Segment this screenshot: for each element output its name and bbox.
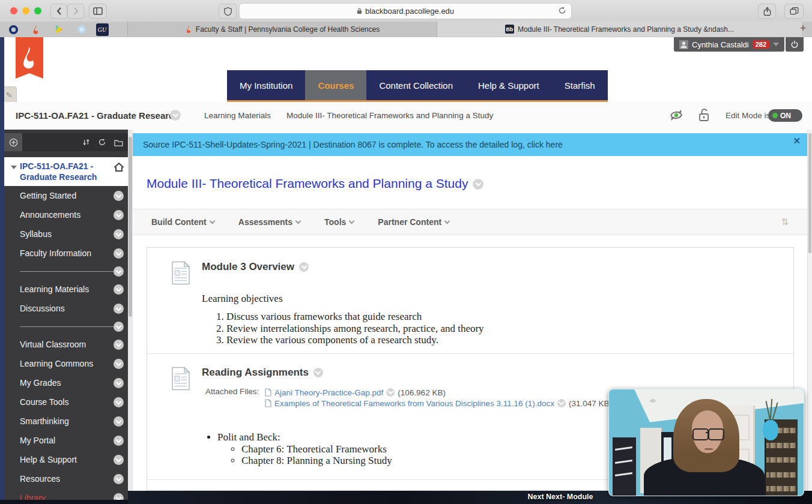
url-field[interactable]: blackboard.pacollege.edu bbox=[239, 3, 572, 19]
nav-tab-help-support[interactable]: Help & Support bbox=[465, 70, 552, 100]
zoom-window-button[interactable] bbox=[34, 7, 41, 14]
pinned-tab-gu[interactable]: GU bbox=[91, 22, 113, 37]
item-chevron-icon[interactable] bbox=[114, 284, 124, 295]
item-title[interactable]: Reading Assignments bbox=[202, 367, 323, 379]
sidebar-toggle-icon[interactable] bbox=[89, 4, 107, 19]
item-chevron-icon[interactable] bbox=[114, 359, 124, 369]
item-options-chevron-icon[interactable] bbox=[314, 368, 323, 377]
student-preview-icon[interactable] bbox=[668, 109, 684, 122]
breadcrumb-course[interactable]: IPC-511-OA.FA21 - Graduate Research bbox=[16, 110, 180, 121]
page-scrollbar[interactable] bbox=[807, 130, 812, 491]
edit-mode-toggle[interactable]: ON bbox=[768, 109, 802, 122]
page-title-chevron-icon[interactable] bbox=[473, 179, 483, 190]
tab-overview-icon[interactable] bbox=[784, 4, 804, 19]
institution-logo[interactable] bbox=[16, 37, 43, 79]
sidebar-item-course-tools[interactable]: Course Tools bbox=[4, 392, 128, 412]
close-icon[interactable]: ✕ bbox=[793, 136, 801, 146]
item-chevron-icon[interactable] bbox=[114, 455, 124, 465]
flame-icon bbox=[20, 46, 38, 70]
file-options-chevron-icon[interactable] bbox=[557, 399, 566, 407]
add-menu-item-button[interactable] bbox=[4, 133, 22, 151]
browser-tab-faculty-staff[interactable]: Faculty & Staff | Pennsylvania College o… bbox=[127, 22, 437, 37]
reorder-items-icon[interactable]: ⇅ bbox=[781, 217, 789, 227]
course-title-link[interactable]: IPC-511-OA.FA21 - Graduate Research bbox=[20, 161, 104, 182]
partner-content-button[interactable]: Partner Content bbox=[378, 217, 449, 227]
close-window-button[interactable] bbox=[10, 7, 17, 14]
sidebar-item-getting-started[interactable]: Getting Started bbox=[4, 186, 128, 205]
assessments-button[interactable]: Assessments bbox=[238, 217, 300, 227]
item-chevron-icon[interactable] bbox=[114, 210, 124, 220]
file-link[interactable]: Examples of Theoretical Fameworks from V… bbox=[274, 399, 554, 408]
breadcrumb-current-page: Module III- Theoretical Frameworks and P… bbox=[286, 111, 493, 120]
webcam-glasses bbox=[692, 428, 709, 440]
sidebar-item-resources[interactable]: Resources bbox=[4, 469, 128, 488]
sidebar-item-faculty-information[interactable]: Faculty Information bbox=[4, 244, 128, 263]
item-options-chevron-icon[interactable] bbox=[299, 262, 309, 272]
pinned-tab-play[interactable] bbox=[48, 22, 70, 37]
item-chevron-icon[interactable] bbox=[114, 248, 124, 259]
shield-icon[interactable] bbox=[219, 4, 237, 19]
pinned-tab-okta[interactable] bbox=[2, 22, 24, 37]
item-chevron-icon[interactable] bbox=[114, 229, 124, 239]
nav-tab-my-institution[interactable]: My Institution bbox=[227, 70, 305, 100]
course-menu-toolbar bbox=[4, 133, 128, 151]
forward-button[interactable] bbox=[67, 4, 84, 19]
sidebar-item-my-portal[interactable]: My Portal bbox=[4, 431, 128, 450]
file-size: (106.962 KB) bbox=[398, 388, 446, 397]
item-chevron-icon[interactable] bbox=[114, 191, 124, 201]
sidebar-item-help-support[interactable]: Help & Support bbox=[4, 450, 128, 469]
item-chevron-icon[interactable] bbox=[114, 266, 124, 277]
share-icon[interactable] bbox=[758, 4, 776, 19]
folder-view-icon[interactable] bbox=[114, 139, 123, 146]
page-left-edge bbox=[0, 37, 4, 504]
sidebar-item-virtual-classroom[interactable]: Virtual Classroom bbox=[4, 335, 128, 354]
sidebar-item-discussions[interactable]: Discussions bbox=[4, 299, 128, 318]
item-chevron-icon[interactable] bbox=[114, 322, 124, 332]
sidebar-item-learning-materials[interactable]: Learning Materials bbox=[4, 280, 128, 299]
nav-tab-starfish[interactable]: Starfish bbox=[552, 70, 608, 100]
green-dot-icon bbox=[772, 113, 778, 118]
item-title[interactable]: Module 3 Overview bbox=[202, 261, 309, 273]
sidebar-item-smarthinking[interactable]: Smarthinking bbox=[4, 412, 128, 431]
minimize-window-button[interactable] bbox=[22, 7, 29, 14]
nav-tab-courses[interactable]: Courses bbox=[305, 70, 366, 100]
build-content-button[interactable]: Build Content bbox=[151, 217, 214, 227]
sidebar-scrollbar[interactable] bbox=[128, 130, 133, 504]
pinned-tab-flame[interactable] bbox=[25, 22, 47, 37]
user-menu[interactable]: Cynthia Castaldi 282 bbox=[674, 37, 784, 52]
item-chevron-icon[interactable] bbox=[114, 340, 124, 350]
item-chevron-icon[interactable] bbox=[114, 416, 124, 427]
back-button[interactable] bbox=[50, 4, 67, 19]
gu-icon: GU bbox=[96, 23, 109, 36]
item-divider bbox=[147, 353, 793, 354]
sidebar-item-my-grades[interactable]: My Grades bbox=[4, 373, 128, 392]
item-chevron-icon[interactable] bbox=[114, 304, 124, 314]
course-menu-chevron-icon[interactable] bbox=[170, 110, 181, 121]
reorder-icon[interactable] bbox=[82, 138, 90, 146]
unlock-icon[interactable] bbox=[698, 107, 710, 122]
sidebar-item-learning-commons[interactable]: Learning Commons bbox=[4, 354, 128, 373]
item-chevron-icon[interactable] bbox=[114, 378, 124, 388]
nav-tab-content-collection[interactable]: Content Collection bbox=[366, 70, 465, 100]
webcam-overlay[interactable] bbox=[608, 389, 804, 496]
course-menu-header[interactable]: IPC-511-OA.FA21 - Graduate Research bbox=[4, 157, 128, 186]
new-tab-button[interactable]: + bbox=[796, 22, 810, 35]
webcam-glasses bbox=[708, 428, 724, 440]
logout-button[interactable] bbox=[786, 37, 804, 52]
sidebar-item-syllabus[interactable]: Syllabus bbox=[4, 224, 128, 244]
file-link[interactable]: Ajani Theory-Practice-Gap.pdf bbox=[274, 388, 383, 397]
reload-icon[interactable] bbox=[558, 6, 566, 15]
sidebar-item-announcements[interactable]: Announcements bbox=[4, 205, 128, 224]
item-chevron-icon[interactable] bbox=[114, 436, 124, 446]
browser-tab-module-iii[interactable]: Bb Module III- Theoretical Frameworks an… bbox=[437, 22, 802, 37]
breadcrumb-learning-materials[interactable]: Learning Materials bbox=[204, 111, 271, 120]
file-options-chevron-icon[interactable] bbox=[386, 388, 395, 397]
tools-button[interactable]: Tools bbox=[324, 217, 354, 227]
refresh-icon[interactable] bbox=[98, 138, 106, 146]
alert-text[interactable]: Source IPC-511-Shell-Updates-Spring-2021… bbox=[143, 140, 563, 149]
home-icon[interactable] bbox=[114, 162, 124, 172]
item-chevron-icon[interactable] bbox=[114, 397, 124, 407]
item-chevron-icon[interactable] bbox=[114, 474, 124, 484]
pinned-tab-dot[interactable] bbox=[71, 22, 92, 37]
tab-bar: GU Faculty & Staff | Pennsylvania Colleg… bbox=[0, 22, 812, 38]
